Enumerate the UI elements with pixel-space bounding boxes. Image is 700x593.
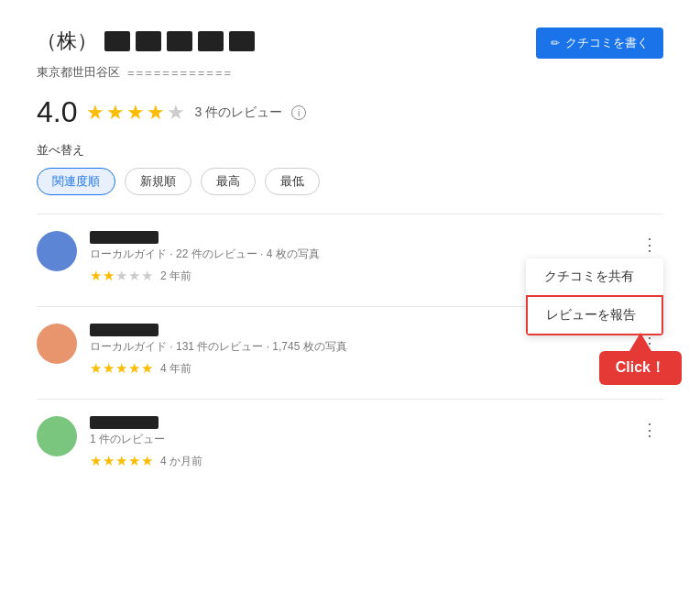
header-row: （株） ✏ クチコミを書く [37, 27, 663, 59]
star-5: ★ [167, 101, 185, 125]
reviewer-meta-2: ローカルガイド · 131 件のレビュー · 1,745 枚の写真 [90, 339, 651, 355]
star-4: ★ [147, 101, 165, 125]
name-block-r2 [90, 324, 159, 336]
name-block-2 [136, 31, 161, 51]
share-review-item[interactable]: クチコミを共有 [526, 258, 663, 295]
company-name-blocks [104, 31, 255, 51]
name-block-r1 [90, 231, 159, 244]
avatar-1 [37, 231, 77, 271]
rating-row: 4.0 ★ ★ ★ ★ ★ 3 件のレビュー i [37, 95, 663, 129]
name-block-4 [198, 31, 224, 51]
address-text: 東京都世田谷区 [37, 64, 120, 81]
review-time-3: 4 か月前 [160, 454, 202, 469]
review-stars-3: ★ ★ ★ ★ ★ [90, 453, 153, 469]
name-block-1 [104, 31, 130, 51]
overall-stars: ★ ★ ★ ★ ★ [86, 101, 185, 125]
star-1: ★ [86, 101, 104, 125]
more-button-3[interactable]: ⋮ [636, 416, 663, 444]
star-3: ★ [126, 101, 145, 125]
review-stars-row-3: ★ ★ ★ ★ ★ 4 か月前 [90, 453, 651, 469]
sort-btn-newest[interactable]: 新規順 [125, 168, 191, 195]
avatar-2 [37, 324, 77, 364]
sort-btn-relevance[interactable]: 関連度順 [37, 168, 115, 195]
divider-1 [37, 214, 663, 214]
reviewer-meta-3: 1 件のレビュー [90, 432, 651, 447]
arrow-icon [629, 333, 651, 351]
review-content-3: 1 件のレビュー ★ ★ ★ ★ ★ 4 か月前 [90, 416, 651, 469]
page-container: （株） ✏ クチコミを書く 東京都世田谷区 ============ 4.0 ★… [0, 0, 700, 593]
dropdown-menu-1: クチコミを共有 レビューを報告 [526, 258, 663, 335]
rating-number: 4.0 [37, 95, 77, 129]
company-prefix: （株） [37, 27, 97, 55]
click-badge: Click！ [599, 351, 682, 385]
info-icon[interactable]: i [291, 105, 306, 120]
address-dashes: ============ [127, 66, 233, 80]
review-stars-row-2: ★ ★ ★ ★ ★ 4 年前 [90, 360, 651, 377]
review-time-1: 2 年前 [160, 269, 191, 284]
review-count: 3 件のレビュー [194, 104, 282, 121]
write-review-button[interactable]: ✏ クチコミを書く [536, 27, 663, 59]
write-review-label: クチコミを書く [565, 35, 649, 51]
report-review-item[interactable]: レビューを報告 [526, 295, 663, 335]
review-time-2: 4 年前 [160, 361, 191, 377]
sort-label: 並べ替え [37, 142, 663, 159]
avatar-3 [37, 416, 77, 456]
name-block-5 [229, 31, 255, 51]
review-stars-2: ★ ★ ★ ★ ★ [90, 360, 153, 377]
click-annotation: Click！ [599, 333, 682, 385]
reviewer-name-1 [90, 231, 651, 244]
pencil-icon: ✏ [551, 37, 560, 49]
reviewer-name-3 [90, 416, 651, 429]
name-block-r3 [90, 416, 159, 429]
company-name: （株） [37, 27, 255, 55]
divider-3 [37, 399, 663, 400]
more-button-1[interactable]: ⋮ [636, 231, 663, 258]
sort-btn-highest[interactable]: 最高 [201, 168, 256, 195]
sort-buttons: 関連度順 新規順 最高 最低 [37, 168, 663, 195]
sort-btn-lowest[interactable]: 最低 [265, 168, 320, 195]
review-item-1: ローカルガイド · 22 件のレビュー · 4 枚の写真 ★ ★ ★ ★ ★ 2… [37, 231, 663, 284]
star-2: ★ [106, 101, 125, 125]
review-item-3: 1 件のレビュー ★ ★ ★ ★ ★ 4 か月前 ⋮ [37, 416, 663, 469]
name-block-3 [167, 31, 192, 51]
address-row: 東京都世田谷区 ============ [37, 64, 663, 81]
review-stars-1: ★ ★ ★ ★ ★ [90, 268, 153, 284]
